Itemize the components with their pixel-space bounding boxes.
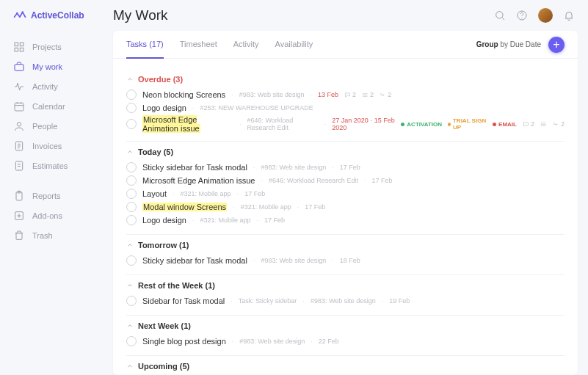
sidebar-item-label: Reports [32, 192, 61, 200]
avatar[interactable] [538, 8, 553, 23]
task-row[interactable]: Logo design·#321: Mobile app·17 Feb [126, 214, 565, 227]
invoice-icon [13, 140, 25, 152]
sidebar-item-invoices[interactable]: Invoices [13, 136, 103, 156]
sub-indicator: 2 [553, 120, 565, 128]
task-checkbox[interactable] [126, 189, 137, 199]
section-header[interactable]: Rest of the Week (1) [126, 281, 565, 290]
task-row[interactable]: Layout·#321: Mobile app·17 Feb [126, 187, 565, 200]
page-title: My Work [113, 7, 168, 23]
search-icon[interactable] [494, 10, 506, 21]
section: Overdue (3)Neon blocking Screens·#983: W… [126, 75, 565, 134]
list-indicator: 2 [362, 91, 374, 98]
sidebar-item-activity[interactable]: Activity [13, 76, 103, 96]
section-header[interactable]: Today (5) [126, 148, 565, 156]
sidebar-item-estimates[interactable]: Estimates [13, 156, 103, 175]
task-row[interactable]: Logo design·#253: NEW WAREHOUSE UPGRADE [126, 101, 565, 114]
sidebar-item-projects[interactable]: Projects [13, 37, 103, 57]
task-due-range: 27 Jan 2020 - 15 Feb 2020 [332, 117, 395, 131]
task-row[interactable]: Sticky sidebar for Task modal·#983: Web … [126, 161, 565, 174]
task-checkbox[interactable] [126, 162, 137, 172]
task-row[interactable]: Sidebar for Task modal·Task: Sticky side… [126, 294, 565, 307]
sidebar-item-calendar[interactable]: Calendar [13, 96, 103, 116]
section-header[interactable]: Upcoming (5) [126, 362, 565, 371]
task-meta: Task: Sticky sidebar [239, 297, 297, 305]
task-checkbox[interactable] [126, 336, 137, 346]
sidebar-item-trash[interactable]: Trash [13, 225, 103, 245]
task-checkbox[interactable] [126, 202, 137, 212]
sidebar-item-label: People [32, 122, 57, 131]
task-title: Logo design [142, 216, 186, 225]
brand-logo-icon [13, 10, 26, 21]
task-row[interactable]: Modal window Screens·#321: Mobile app·17… [126, 200, 565, 214]
main: My Work Tasks (17)TimesheetActivityAvail… [103, 0, 588, 375]
section-title: Today (5) [138, 148, 173, 156]
section-divider [126, 315, 565, 316]
svg-point-31 [363, 95, 363, 95]
sidebar-item-label: Invoices [32, 142, 62, 150]
sub-indicator: 2 [380, 91, 391, 98]
brand[interactable]: ActiveCollab [13, 10, 103, 21]
sidebar-item-label: Activity [32, 82, 58, 91]
sidebar-item-label: Estimates [32, 161, 68, 170]
svg-point-38 [541, 125, 542, 126]
task-checkbox[interactable] [126, 296, 137, 306]
briefcase-icon [13, 61, 25, 73]
task-due: 22 Feb [319, 338, 339, 345]
sidebar-item-add-ons[interactable]: Add-ons [13, 205, 103, 225]
addon-icon [13, 210, 25, 222]
chevron-down-icon [126, 148, 134, 156]
svg-rect-16 [15, 161, 22, 170]
task-meta: #983: Web site design [261, 257, 326, 264]
task-meta: #646: Workload Research Edit [247, 117, 318, 131]
tab-availability[interactable]: Availability [275, 31, 313, 59]
clipboard-icon [13, 190, 25, 202]
chevron-down-icon [126, 241, 134, 249]
task-row[interactable]: Sticky sidebar for Task modal·#983: Web … [126, 254, 565, 267]
task-meta: #321: Mobile app [181, 190, 231, 197]
task-row[interactable]: Single blog post design·#983: Web site d… [126, 335, 565, 348]
task-title: Microsoft Edge Animation issue [142, 176, 255, 185]
section-header[interactable]: Overdue (3) [126, 75, 565, 84]
sidebar-item-reports[interactable]: Reports [13, 186, 103, 205]
section: Upcoming (5)Assemble prototype for stake… [126, 362, 565, 375]
section: Today (5)Sticky sidebar for Task modal·#… [126, 148, 565, 227]
task-checkbox[interactable] [126, 215, 137, 225]
sidebar-item-label: Add-ons [32, 211, 62, 220]
group-by[interactable]: Group by Due Date [476, 40, 541, 48]
calendar-icon [13, 101, 25, 112]
task-checkbox[interactable] [126, 90, 137, 100]
task-title: Microsoft Edge Animation issue [142, 115, 233, 133]
tab-activity[interactable]: Activity [233, 31, 259, 59]
section-title: Tomorrow (1) [138, 241, 189, 250]
add-button[interactable]: + [548, 37, 565, 53]
task-row[interactable]: Microsoft Edge Animation issue·#646: Wor… [126, 114, 565, 134]
task-tag: EMAIL [493, 121, 517, 128]
section-header[interactable]: Tomorrow (1) [126, 241, 565, 250]
svg-rect-2 [15, 43, 18, 46]
task-due: 19 Feb [389, 297, 410, 305]
section-header[interactable]: Next Week (1) [126, 321, 565, 330]
bell-icon[interactable] [563, 10, 575, 21]
task-checkbox[interactable] [126, 175, 137, 186]
sidebar-item-my-work[interactable]: My work [13, 57, 103, 76]
svg-rect-4 [15, 48, 18, 51]
task-meta: #983: Web site design [311, 297, 376, 305]
task-row[interactable]: Microsoft Edge Animation issue·#646: Wor… [126, 174, 565, 187]
sidebar-item-label: Projects [32, 43, 62, 51]
chevron-down-icon [126, 322, 134, 330]
sidebar-item-people[interactable]: People [13, 116, 103, 136]
task-due: 17 Feb [305, 203, 325, 211]
section: Next Week (1)Single blog post design·#98… [126, 321, 565, 348]
task-checkbox[interactable] [126, 255, 137, 266]
task-title: Layout [142, 189, 167, 198]
task-checkbox[interactable] [126, 119, 137, 129]
svg-point-30 [363, 93, 363, 94]
svg-point-26 [521, 18, 522, 18]
tab-timesheet[interactable]: Timesheet [180, 31, 217, 59]
help-icon[interactable] [516, 10, 528, 21]
svg-point-23 [496, 12, 503, 18]
tab-tasks-[interactable]: Tasks (17) [126, 31, 164, 59]
svg-point-32 [363, 96, 363, 97]
task-checkbox[interactable] [126, 103, 137, 113]
task-row[interactable]: Neon blocking Screens·#983: Web site des… [126, 88, 565, 101]
